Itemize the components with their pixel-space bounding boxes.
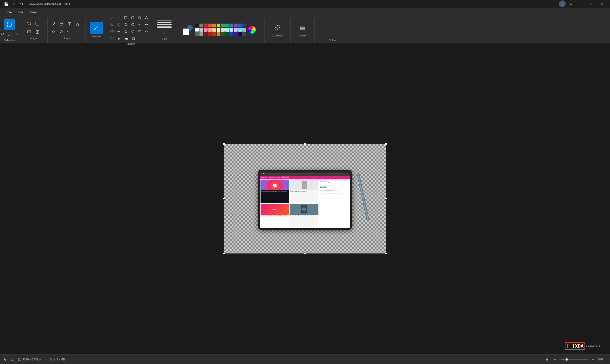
color-picker-button[interactable]	[248, 26, 256, 34]
shape-ellipse-button[interactable]	[136, 14, 143, 21]
selection-tool-button[interactable]	[4, 19, 15, 30]
minimize-button[interactable]: −	[574, 0, 585, 8]
color-maroon[interactable]	[204, 32, 208, 36]
brush-tool-button[interactable]	[90, 22, 103, 34]
eraser-tool-button[interactable]	[58, 20, 65, 28]
color-brown[interactable]	[212, 32, 216, 36]
color-cream[interactable]	[217, 28, 221, 32]
menu-view[interactable]: View	[27, 10, 40, 15]
color-teal2[interactable]	[242, 28, 246, 32]
color-lightgray[interactable]	[199, 28, 203, 32]
color-blue2[interactable]	[238, 24, 242, 27]
size-line-2[interactable]	[157, 22, 171, 23]
resize-handle-tr[interactable]	[385, 143, 387, 145]
undo-button[interactable]: ↩	[11, 0, 17, 7]
color-peach[interactable]	[212, 28, 216, 32]
shape-triangle-button[interactable]	[143, 14, 150, 21]
color-black[interactable]	[195, 24, 199, 27]
shape-outline-dropdown[interactable]	[130, 35, 137, 42]
cocreator-button[interactable]	[272, 23, 283, 33]
canvas-area[interactable]: XDA NEWS DEVICES TOPICS BEST PICKS	[0, 43, 610, 354]
resize-handle-bc[interactable]	[304, 252, 306, 254]
text-tool-button[interactable]	[66, 20, 73, 28]
size-dropdown-button[interactable]	[161, 30, 168, 37]
size-line-3[interactable]	[157, 24, 171, 25]
shape-rect-button[interactable]	[122, 14, 129, 21]
zoom-slider[interactable]	[559, 359, 588, 360]
close-button[interactable]: ✕	[596, 0, 607, 8]
color-pink-light[interactable]	[204, 28, 208, 32]
color-gray1[interactable]	[199, 24, 203, 27]
background-color[interactable]	[183, 28, 189, 35]
color-yellow[interactable]	[217, 24, 221, 27]
layers-button[interactable]	[297, 23, 308, 33]
shape-hexagon-button[interactable]	[130, 21, 136, 28]
shape-balloon-button[interactable]	[130, 28, 136, 35]
size-line-4[interactable]	[157, 26, 171, 28]
shape-star5-button[interactable]	[122, 28, 129, 35]
shape-arrow2-button[interactable]	[143, 21, 150, 28]
settings-button[interactable]: ⚙	[568, 0, 574, 7]
shape-line-button[interactable]	[109, 14, 115, 21]
size-line-1[interactable]	[157, 20, 171, 21]
color-red-dark[interactable]	[204, 24, 208, 27]
shape-rounded-rect-button[interactable]	[130, 14, 136, 21]
image-dropdown-button[interactable]	[34, 28, 41, 36]
shape-fill-dropdown[interactable]	[123, 35, 130, 42]
selection-freeform-button[interactable]	[0, 30, 6, 37]
color-white[interactable]	[195, 28, 199, 32]
zoom-out-button[interactable]: −	[551, 356, 558, 363]
resize-button[interactable]	[34, 20, 41, 27]
zoom-in-button[interactable]: +	[589, 356, 596, 363]
resize-handle-bl[interactable]	[223, 252, 225, 254]
color-navy[interactable]	[230, 32, 233, 36]
selection-options-button[interactable]	[6, 30, 13, 37]
shape-diamond-button[interactable]	[116, 21, 122, 28]
resize-handle-tl[interactable]	[223, 143, 225, 145]
color-sky[interactable]	[230, 28, 233, 32]
color-lavender[interactable]	[234, 28, 238, 32]
save-button[interactable]: 💾	[3, 0, 10, 7]
color-blue[interactable]	[230, 24, 233, 27]
resize-handle-ml[interactable]	[223, 198, 225, 200]
menu-file[interactable]: File	[4, 10, 14, 15]
shape-balloon2-button[interactable]	[136, 28, 143, 35]
maximize-button[interactable]: □	[585, 0, 596, 8]
color-teal[interactable]	[225, 24, 229, 27]
menu-edit[interactable]: Edit	[15, 10, 26, 15]
crop-button[interactable]	[25, 20, 33, 27]
shape-oval-button[interactable]	[143, 28, 150, 35]
color-teal3[interactable]	[225, 32, 229, 36]
color-gray4[interactable]	[242, 32, 246, 36]
redo-button[interactable]: ↪	[18, 0, 25, 7]
shape-star4-button[interactable]	[116, 28, 122, 35]
color-darkblue[interactable]	[238, 32, 242, 36]
image-import-button[interactable]	[25, 28, 33, 36]
resize-handle-br[interactable]	[385, 252, 387, 254]
color-gold[interactable]	[217, 32, 221, 36]
shape-cloud-button[interactable]	[109, 28, 115, 35]
resize-handle-tc[interactable]	[304, 143, 306, 145]
color-coral[interactable]	[208, 32, 212, 36]
shape-lightning-button[interactable]	[116, 35, 122, 42]
color-indigo[interactable]	[242, 24, 246, 27]
color-gray3[interactable]	[199, 32, 203, 36]
color-green[interactable]	[221, 24, 225, 27]
magnify-tool-button[interactable]	[58, 28, 65, 36]
color-orange[interactable]	[212, 24, 216, 27]
color-forest[interactable]	[221, 32, 225, 36]
shape-arrow-button[interactable]	[136, 21, 143, 28]
color-aqua[interactable]	[225, 28, 229, 32]
color-cyan[interactable]	[238, 28, 242, 32]
color-purple[interactable]	[234, 24, 238, 27]
color-salmon[interactable]	[208, 28, 212, 32]
more-tools-dropdown[interactable]	[66, 28, 71, 36]
shape-curve-button[interactable]	[116, 14, 122, 21]
color-violet[interactable]	[234, 32, 238, 36]
shape-rtriangle-button[interactable]	[109, 21, 115, 28]
pencil-tool-button[interactable]	[50, 20, 57, 28]
profile-avatar[interactable]: 👤	[559, 0, 566, 7]
fill-tool-button[interactable]	[74, 20, 81, 28]
resize-handle-mr[interactable]	[385, 198, 387, 200]
color-red[interactable]	[208, 24, 212, 27]
